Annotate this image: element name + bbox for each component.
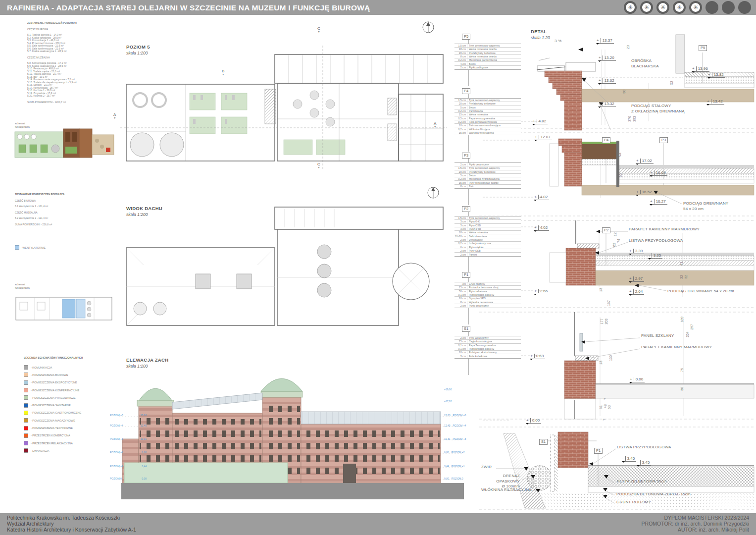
layer-table-row: 18 cmWełna mineralna twarda — [454, 48, 521, 51]
layer-marker-P4: P4 — [462, 88, 470, 94]
dimension-label: 12 — [613, 232, 617, 236]
dimension-label: 13 — [599, 288, 603, 292]
layer-table-row: 10 cmStyropian XPS — [454, 297, 521, 300]
legend-label: - PRZESTRZEŃ RELAKSACYJNA — [31, 442, 73, 445]
flower-glyph-icon: ✳ — [626, 3, 635, 12]
layer-marker-P2: P2 — [462, 206, 470, 212]
dimension-label: 43 — [680, 262, 683, 266]
level-marker: +13.42 — [707, 99, 724, 105]
detail-marker-P1: P1 — [594, 448, 603, 454]
dimension-label: 23 — [626, 45, 630, 49]
plain-circle-logo-icon — [738, 1, 751, 14]
detail-annotation: LISTWA PRZYPODŁOGOWA — [629, 238, 683, 244]
layer-table-row: 3 cmRuszt z łat — [454, 227, 521, 231]
layer-thickness: 2 cm — [454, 163, 467, 166]
layer-thickness: 0,5 cm — [454, 117, 467, 120]
layer-thickness: 3 cm — [454, 220, 467, 223]
dimension-label: 264 — [686, 331, 689, 337]
legend-swatch — [24, 411, 28, 415]
detail-annotation: WŁÓKNINA FILTRACYJNA — [481, 487, 532, 493]
presentation-board: RAFINERIA - ADAPTACJA STAREJ OLEJARNI W … — [0, 0, 756, 535]
detail-annotation: LISTWA PRZYPODŁOGOWA — [617, 445, 671, 450]
layer-material: Hydroizolacja papa x2 — [467, 293, 494, 296]
legend-label: - PRZESTRZEŃ KOMERCYJNA — [31, 434, 70, 437]
footer-author: AUTOR: inż. arch. Mikołaj Polit — [642, 527, 749, 533]
legend-items: - KOMUNIKACJA- POMIESZCZENIA BIUROWE- PO… — [24, 364, 83, 455]
layer-table-row: 15 cmWarstwa wegetacyjna — [454, 131, 521, 135]
vent-legend: - WENTYLATORNIE — [15, 245, 46, 250]
layer-table-row: 3 cmFolia kubełkowa — [454, 354, 521, 358]
detail-annotation: 3 % — [554, 39, 561, 44]
layer-material: Płyta żelbetowa — [467, 290, 487, 293]
dimension-label: 75 — [680, 368, 684, 372]
brand-logo-icon: ✳ — [689, 1, 702, 14]
layer-material: Polistyren ekstrudowany — [467, 351, 497, 354]
level-marker: +4.02 — [534, 195, 549, 200]
brand-logo-icon: ✳ — [673, 1, 686, 14]
legend-swatch — [24, 403, 28, 408]
layer-table-row: 2 cmPłyty OSB — [454, 249, 521, 253]
legend-swatch — [24, 365, 28, 370]
layer-thickness: 6 cm — [454, 246, 467, 249]
legend-item: - POMIESZCZENIA KONFERENCYJNE — [24, 386, 83, 394]
layer-table-row: 2 cmPłytki ceramiczne — [454, 304, 521, 308]
roof-view-title: WIDOK DACHU skala 1:200 — [126, 203, 162, 217]
section-cut-triangle-icon: ▾ — [317, 31, 320, 33]
layer-thickness: 2 cm — [454, 336, 467, 339]
legend-item: - POMIESZCZENIA TECHNICZNE — [24, 424, 83, 431]
plan-level5-scale: skala 1:200 — [126, 51, 150, 55]
layer-thickness: 20 cm — [454, 102, 467, 105]
layer-table-row: 8 cmŻwir — [454, 185, 521, 188]
layer-table-row: 0,2 cmIzolacja akustyczna — [454, 242, 521, 245]
layer-thickness: 3 cm — [454, 224, 467, 227]
roof-plan — [116, 186, 451, 330]
plan-level5-name: POZIOM 5 — [126, 44, 150, 50]
layer-material: Grunt rodzimy — [467, 282, 485, 285]
layer-material: Beton — [467, 106, 476, 109]
layer-table-row: 15 cmPłyty styropianowe twarde — [454, 181, 521, 184]
layer-table-row: 15 cmPoduszka betonowa zbroj. — [454, 286, 521, 289]
detail-annotation: PŁYTA ŻELBETOWA 50cm — [617, 479, 667, 484]
dimension-label: 297 — [690, 324, 694, 330]
elevation-level-left: POZIOM +515,63 — [110, 414, 147, 417]
layer-table-row: 2 cmTynk wewnętrzny — [454, 336, 521, 340]
level-marker: +13.96 — [692, 66, 709, 72]
elevation-level-right: +17,02 — [444, 400, 452, 403]
layer-material: Deskowanie — [467, 238, 483, 241]
layer-thickness: 1,5 cm — [454, 216, 467, 219]
level-marker: +2.97 — [629, 276, 644, 282]
section-cut-triangle-icon: ▾ — [317, 166, 320, 169]
elevation-title: ELEWACJA ZACH skala 1:200 — [126, 355, 168, 369]
detail-annotation: OBRÓBKA BLACHARSKA — [631, 58, 659, 69]
legend-swatch — [24, 395, 28, 400]
layer-table-row: 0,2 cmParoizolacja — [454, 109, 521, 113]
layer-thickness: 0,1 cm — [454, 344, 467, 347]
elevation-level-right: 3,44POZIOM +1 — [444, 465, 465, 468]
layer-thickness: 10 cm — [454, 124, 467, 127]
layer-thickness: 0,2 cm — [454, 128, 467, 131]
legend-label: - KOMUNIKACJA — [31, 366, 52, 369]
dimension-label: 7 — [603, 419, 606, 421]
legend-swatch — [24, 448, 28, 453]
layer-thickness: 25 cm — [454, 340, 467, 343]
elevation-level-right: +19,00 — [444, 388, 452, 391]
layer-thickness: 8 cm — [454, 301, 467, 304]
level-marker: +13.37 — [597, 38, 614, 44]
layer-table-P4: 1,5 cmTynk cementowo-wapienny20 cmPrefab… — [454, 98, 521, 135]
layer-thickness: 0,2 cm — [454, 120, 467, 123]
dimension-label: 189 — [680, 317, 684, 322]
layer-table-row: 0,1 cmHydroizolacja papa x2 — [454, 293, 521, 297]
legend-label: - POMIESZCZENIA BIUROWE — [31, 374, 68, 376]
layer-material: Izolacja akustyczna — [467, 242, 491, 245]
level-marker: +13.20 — [599, 55, 616, 61]
legend-swatch — [24, 426, 28, 430]
layer-material: Płytki ceramiczne — [467, 304, 489, 307]
level-marker: -3.45 — [622, 456, 636, 462]
layer-table-row: 20 cmPrefabrykaty żelbetowe — [454, 170, 521, 174]
layer-material: Paroizolacja — [467, 109, 483, 112]
level-marker: +2.64 — [629, 289, 644, 295]
layer-material: Tynk cementowo-wapienny — [467, 44, 500, 47]
detail-annotation: GRUNT RODZIMY — [616, 500, 651, 505]
layer-thickness: 8 cm — [454, 55, 467, 58]
flower-glyph-icon: ✳ — [691, 3, 700, 12]
